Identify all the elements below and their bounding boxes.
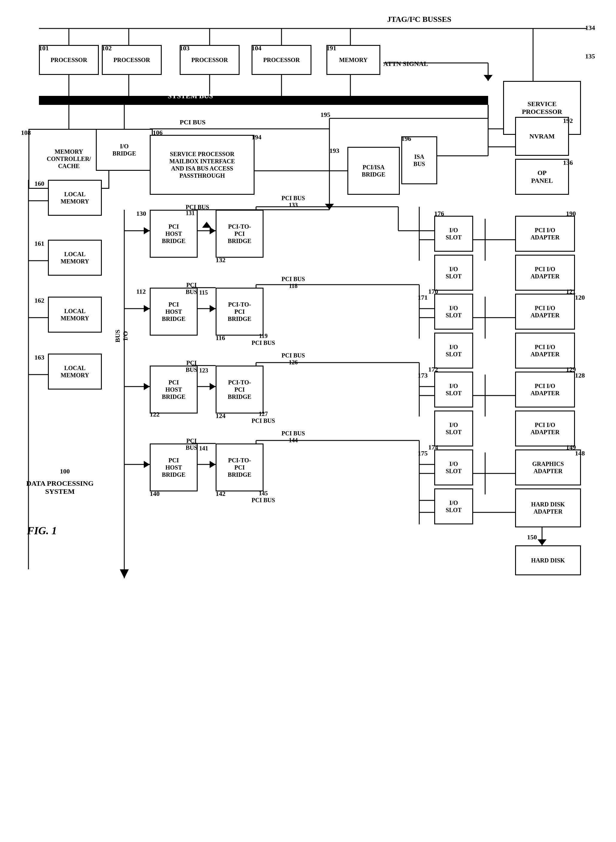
local-memory-160: LOCALMEMORY [48,180,102,216]
nvram: NVRAM [515,117,569,156]
ref-193: 193 [329,147,339,154]
pci-to-pci-bridge-4: PCI-TO-PCIBRIDGE [216,444,264,491]
pci-to-pci-bridge-3: PCI-TO-PCIBRIDGE [216,366,264,413]
pci-adapter-190: PCI I/OADAPTER [515,216,575,252]
pci-bus-115-label: PCIBUS [186,282,197,295]
pci-to-pci-bridge-1: PCI-TO-PCIBRIDGE [216,210,264,258]
pci-adapter-121: PCI I/OADAPTER [515,294,575,330]
ref-131: 131 [186,210,195,217]
ref-128: 128 [575,372,585,379]
ref-161: 161 [34,240,44,247]
io-slot-row3-2: I/OSLOT [434,410,473,447]
ref-171: 171 [418,294,428,301]
pci-adapter-row1-2: PCI I/OADAPTER [515,255,575,291]
ref-160: 160 [34,180,44,188]
svg-marker-17 [484,75,493,81]
svg-marker-100 [538,539,547,545]
svg-marker-8 [39,96,51,105]
pci-host-bridge-1: PCIHOSTBRIDGE [150,210,198,258]
pci-bus-119-label: 119PCI BUS [252,333,275,347]
svg-rect-7 [39,96,488,105]
ref-136: 136 [563,159,573,167]
svg-marker-58 [144,305,150,312]
ref-132: 132 [216,256,226,264]
pci-isa-bridge: PCI/ISABRIDGE [348,147,400,195]
system-label: DATA PROCESSINGSYSTEM [15,479,105,495]
io-slot-171: I/OSLOT [434,294,473,330]
ref-102: 102 [102,44,112,52]
diagram: JTAG/I²C BUSSES 134 135 PROCESSOR 101 PR… [0,0,616,842]
svg-marker-31 [120,569,129,578]
ref-195: 195 [320,111,330,119]
attn-signal-label: ATTN SIGNAL [383,60,428,68]
ref-135: 135 [585,53,595,60]
io-slot-176: I/OSLOT [434,216,473,252]
pci-bus-145-label: 145PCI BUS [252,490,275,504]
hard-disk-adapter: HARD DISKADAPTER [515,488,581,528]
ref-141: 141 [199,445,208,452]
ref-134: 134 [585,24,595,32]
pci-bus-118-label: PCI BUS118 [282,276,305,289]
fig-label: FIG. 1 [27,525,57,537]
io-slot-173: I/OSLOT [434,372,473,407]
ref-148: 148 [575,450,585,457]
ref-142: 142 [216,490,226,498]
ref-194: 194 [252,133,261,141]
io-slot-row4-2: I/OSLOT [434,488,473,525]
ref-129: 129 [566,366,576,373]
ref-175: 175 [418,450,428,457]
ref-191: 191 [326,44,336,52]
ref-120: 120 [575,294,585,301]
svg-marker-102 [202,222,211,228]
pci-adapter-129: PCI I/OADAPTER [515,372,575,407]
svg-marker-9 [476,96,488,105]
ref-170: 170 [428,288,438,295]
local-memory-163: LOCALMEMORY [48,354,102,389]
ref-103: 103 [180,44,189,52]
ref-190: 190 [566,210,576,217]
ref-174: 174 [428,444,438,451]
ref-176: 176 [434,210,444,217]
op-panel: OPPANEL [515,159,569,195]
svg-marker-71 [144,383,150,390]
io-slot-175: I/OSLOT [434,450,473,485]
io-slot-row2-2: I/OSLOT [434,333,473,369]
ref-116: 116 [216,334,225,342]
ref-163: 163 [34,354,44,361]
ref-150: 150 [527,533,537,541]
ref-115: 115 [199,289,208,296]
ref-104: 104 [252,44,261,52]
pci-bus-123-label: PCIBUS [186,360,197,373]
ref-122: 122 [150,410,160,418]
svg-marker-86 [210,461,216,468]
ref-149: 149 [566,444,576,451]
pci-bus-133-label: PCI BUS133 [282,195,305,209]
ref-172: 172 [428,366,438,373]
pci-adapter-row2-2: PCI I/OADAPTER [515,333,575,369]
pci-bus-127-label: 127PCI BUS [252,410,275,424]
ref-173: 173 [418,372,428,379]
ref-112: 112 [136,288,146,295]
ref-123: 123 [199,367,208,374]
ref-121: 121 [566,288,576,295]
svg-marker-45 [210,227,216,234]
ref-124: 124 [216,412,226,420]
ref-130: 130 [136,210,146,217]
ref-192: 192 [563,117,573,125]
pci-bus-144-label: PCI BUS144 [282,430,305,444]
io-bridge: I/OBRIDGE [96,129,153,171]
svg-marker-43 [144,227,150,234]
svg-marker-103 [325,204,334,210]
ref-140: 140 [150,490,160,498]
svg-marker-84 [144,461,150,468]
local-memory-162: LOCALMEMORY [48,297,102,333]
pci-adapter-row3-2: PCI I/OADAPTER [515,410,575,447]
ref-108: 108 [21,129,31,137]
graphics-adapter: GRAPHICSADAPTER [515,450,581,485]
io-bus-label: I/OBUS [114,330,129,342]
jtag-bus-label: JTAG/I²C BUSSES [329,15,509,24]
io-slot-2-row1: I/OSLOT [434,255,473,291]
ref-101: 101 [39,44,49,52]
local-memory-161: LOCALMEMORY [48,240,102,276]
hard-disk: HARD DISK [515,545,581,575]
